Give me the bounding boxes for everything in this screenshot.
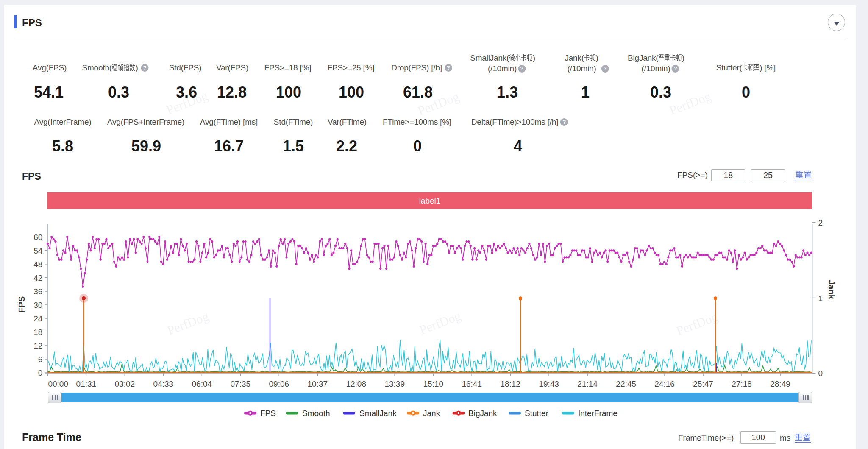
svg-text:Jank: Jank (423, 409, 440, 418)
svg-text:PerfDog: PerfDog (668, 89, 713, 117)
svg-text:19:43: 19:43 (539, 379, 559, 388)
svg-text:PerfDog: PerfDog (164, 89, 210, 117)
svg-text:24:16: 24:16 (654, 379, 675, 388)
svg-text:PerfDog: PerfDog (674, 310, 720, 338)
svg-text:PerfDog: PerfDog (165, 309, 211, 337)
svg-text:10:37: 10:37 (307, 379, 328, 388)
svg-text:12: 12 (33, 341, 42, 350)
svg-text:InterFrame: InterFrame (578, 409, 618, 418)
svg-text:54: 54 (33, 246, 43, 255)
svg-text:22:45: 22:45 (616, 379, 636, 388)
svg-text:12:08: 12:08 (346, 379, 366, 388)
svg-text:BigJank: BigJank (468, 409, 497, 418)
svg-text:FPS: FPS (260, 409, 276, 418)
svg-text:25:47: 25:47 (693, 379, 713, 388)
svg-text:27:18: 27:18 (732, 379, 752, 388)
svg-text:15:10: 15:10 (423, 379, 443, 388)
svg-text:09:06: 09:06 (269, 379, 289, 388)
svg-text:07:35: 07:35 (231, 379, 251, 388)
svg-text:SmallJank: SmallJank (359, 409, 397, 418)
svg-text:PerfDog: PerfDog (416, 89, 461, 118)
svg-text:01:31: 01:31 (76, 379, 97, 388)
svg-text:60: 60 (33, 233, 42, 242)
svg-text:04:33: 04:33 (153, 379, 174, 388)
svg-text:0: 0 (818, 369, 823, 378)
svg-text:0: 0 (38, 368, 43, 377)
svg-text:30: 30 (33, 301, 42, 310)
svg-text:21:14: 21:14 (577, 379, 598, 388)
svg-text:28:49: 28:49 (770, 379, 790, 388)
svg-text:1: 1 (818, 294, 823, 303)
svg-text:Jank: Jank (827, 280, 836, 299)
svg-text:6: 6 (38, 355, 43, 364)
svg-text:18: 18 (33, 328, 42, 337)
svg-text:06:04: 06:04 (192, 379, 212, 388)
svg-text:FPS: FPS (17, 296, 26, 313)
svg-text:PerfDog: PerfDog (417, 309, 463, 337)
svg-text:36: 36 (33, 287, 42, 296)
svg-text:13:39: 13:39 (384, 379, 405, 388)
svg-text:2: 2 (818, 218, 823, 227)
svg-text:48: 48 (33, 260, 42, 269)
svg-text:00:00: 00:00 (48, 379, 68, 388)
svg-text:03:02: 03:02 (115, 379, 135, 388)
svg-text:Stutter: Stutter (525, 409, 549, 418)
svg-text:16:41: 16:41 (462, 379, 482, 388)
svg-text:42: 42 (33, 273, 42, 282)
svg-text:18:12: 18:12 (500, 379, 520, 388)
svg-text:Smooth: Smooth (302, 409, 330, 418)
svg-text:24: 24 (33, 314, 43, 323)
